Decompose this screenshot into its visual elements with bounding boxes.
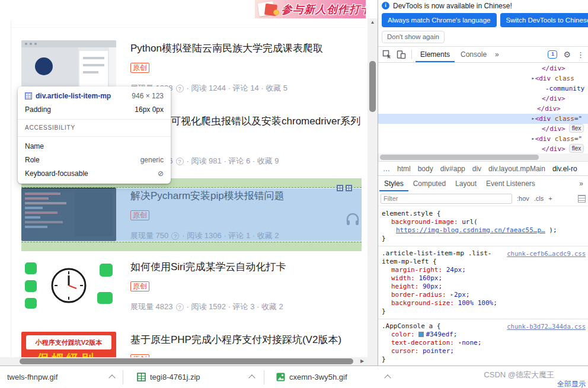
styles-filter-input[interactable] <box>381 194 512 204</box>
help-icon[interactable]: ? <box>171 232 179 240</box>
promo-banner[interactable]: 参与新人创作打卡 <box>255 0 366 18</box>
tab-console[interactable]: Console <box>456 47 491 62</box>
horizontal-scrollbar-thumb[interactable] <box>20 358 353 364</box>
breadcrumb-item[interactable]: html <box>397 165 411 173</box>
css-declaration[interactable]: border-radius: ▸2px; <box>378 291 588 299</box>
article-title[interactable]: 解决Pycharm安装pip模块报错问题 <box>130 189 285 203</box>
match-language-button[interactable]: Always match Chrome's language <box>382 13 497 27</box>
breadcrumb-item[interactable]: div.layout.mpMain <box>488 165 545 173</box>
scroll-up-arrow[interactable]: ▲ <box>368 18 378 27</box>
background-image-url-link[interactable]: https://img-blog.csdnimg.cn/faeac55…p… <box>396 226 545 234</box>
flex-badge[interactable]: flex <box>569 124 584 133</box>
listen-headset-icon[interactable] <box>345 212 360 226</box>
stylesheet-link[interactable]: chunk-cefb6…acdc9.css <box>507 249 586 258</box>
styles-sidebar-tabs: Styles Computed Layout Event Listeners » <box>378 175 588 191</box>
toggle-hover-state[interactable]: :hov <box>517 195 529 202</box>
tree-node[interactable]: -community <box>378 84 588 94</box>
content-top-border <box>11 27 366 28</box>
tree-node[interactable]: </div>flex <box>378 124 588 134</box>
page-horizontal-scrollbar[interactable]: ▶ <box>0 357 368 365</box>
tab-styles[interactable]: Styles <box>379 176 408 191</box>
css-declaration[interactable]: background-image: url( <box>378 218 588 226</box>
vertical-scrollbar-thumb[interactable] <box>369 61 376 112</box>
tab-elements[interactable]: Elements <box>416 47 455 62</box>
download-item[interactable]: cxemn-3wy5h.gif <box>264 366 397 388</box>
dom-breadcrumb: … html body div#app div div.layout.mpMai… <box>378 161 588 175</box>
tab-layout[interactable]: Layout <box>450 176 481 191</box>
css-declaration[interactable]: height: 90px; <box>378 283 588 291</box>
more-sidebar-tabs-icon[interactable]: » <box>576 179 587 188</box>
rule-selector[interactable]: element.style { <box>378 210 588 218</box>
tree-node[interactable]: </div>flex <box>378 144 588 153</box>
color-swatch[interactable] <box>418 332 424 337</box>
download-file-name[interactable]: twels-fhnpw.gif <box>7 373 57 381</box>
show-all-downloads-link[interactable]: 全部显示 <box>557 379 586 388</box>
expand-value-arrow[interactable]: ▸ <box>458 339 461 346</box>
help-icon[interactable]: ? <box>176 303 184 311</box>
breadcrumb-overflow[interactable]: … <box>383 165 390 173</box>
tree-node[interactable]: ▸<div class <box>378 73 588 84</box>
inspect-element-icon[interactable] <box>381 49 394 60</box>
article-title[interactable]: 基于原生PHP完成小程序支付对接踩坑(V2版本) <box>130 333 341 347</box>
download-menu-caret-icon[interactable] <box>108 374 115 381</box>
dont-show-again-button[interactable]: Don't show again <box>382 31 445 43</box>
tree-node[interactable]: </div> <box>378 94 588 104</box>
padding-value: 16px 0px <box>135 105 164 114</box>
css-declaration[interactable]: cursor: pointer; <box>378 347 588 355</box>
scroll-right-arrow[interactable]: ▶ <box>357 357 367 365</box>
switch-to-chinese-button[interactable]: Switch DevTools to Chinese <box>500 13 588 27</box>
stats-rest: · 阅读 1592 · 评论 3 · 收藏 2 <box>187 302 283 312</box>
flex-badge[interactable]: flex <box>569 144 584 153</box>
breadcrumb-item[interactable]: div#app <box>440 165 465 173</box>
download-file-name[interactable]: cxemn-3wy5h.gif <box>289 373 347 381</box>
issues-counter[interactable]: 1 <box>548 50 557 59</box>
toggle-element-classes[interactable]: .cls <box>534 195 544 202</box>
elements-horizontal-scrollbar[interactable] <box>378 153 588 161</box>
page-vertical-scrollbar[interactable]: ▲ <box>368 18 378 365</box>
tree-node[interactable]: </div> <box>378 104 588 114</box>
elements-scrollbar-thumb[interactable] <box>380 155 539 160</box>
settings-gear-icon[interactable]: ⚙ <box>563 50 571 59</box>
new-style-rule-button[interactable]: + <box>548 195 552 202</box>
article-title[interactable]: 如何使用Siri完成某学云自动化打卡 <box>130 260 286 274</box>
article-4-thumbnail[interactable] <box>21 259 116 312</box>
tree-node-selected[interactable]: ▸<div class=" <box>378 114 588 124</box>
download-file-name[interactable]: tegi8-4761j.zip <box>150 373 200 381</box>
help-icon[interactable]: ? <box>176 85 184 92</box>
rule-selector-wrap[interactable]: item-mp-left { <box>378 258 588 266</box>
download-menu-caret-icon[interactable] <box>384 374 391 381</box>
article-3-thumbnail[interactable] <box>21 188 116 241</box>
rule-selector[interactable]: .article-list-item-mp .list- <box>382 249 491 258</box>
device-toolbar-icon[interactable] <box>395 49 408 60</box>
tree-node[interactable]: ▸<div class=" <box>378 134 588 144</box>
css-declaration[interactable]: margin-right: 24px; <box>378 266 588 274</box>
css-declaration[interactable]: text-decoration: ▸none; <box>378 339 588 347</box>
devtools-menu-icon[interactable]: ⋮ <box>577 50 584 59</box>
breadcrumb-item-selected[interactable]: div.el-ro <box>552 165 577 173</box>
article-1-thumbnail[interactable] <box>21 40 116 94</box>
rule-selector[interactable]: .AppConsole a { <box>382 322 440 331</box>
tree-node[interactable]: </div> <box>378 63 588 73</box>
tab-computed[interactable]: Computed <box>408 176 450 191</box>
breadcrumb-item[interactable]: body <box>418 165 433 173</box>
original-badge: 原创 <box>130 210 149 220</box>
download-item[interactable]: twels-fhnpw.gif <box>0 366 123 388</box>
help-icon[interactable]: ? <box>176 158 184 165</box>
expand-arrow-icon[interactable]: ▸ <box>531 74 535 82</box>
download-item[interactable]: tegi8-4761j.zip <box>123 366 264 388</box>
tooltip-name-row: Name <box>25 142 164 150</box>
issues-bubble-icon[interactable]: 1 <box>548 50 557 59</box>
css-declaration[interactable]: width: 160px; <box>378 274 588 283</box>
computed-styles-icon[interactable] <box>578 195 586 203</box>
more-tabs-icon[interactable]: » <box>493 50 501 59</box>
css-declaration[interactable]: background-size: 100% 100%; <box>378 299 588 307</box>
expand-arrow-icon[interactable]: ▸ <box>531 114 535 123</box>
download-menu-caret-icon[interactable] <box>248 374 255 381</box>
css-declaration[interactable]: color: #349edf; <box>378 331 588 339</box>
expand-value-arrow[interactable]: ▸ <box>450 291 453 298</box>
tab-event-listeners[interactable]: Event Listeners <box>481 176 540 191</box>
stylesheet-link[interactable]: chunk-b3d72…344da.css <box>507 322 586 331</box>
expand-arrow-icon[interactable]: ▸ <box>531 134 535 143</box>
breadcrumb-item[interactable]: div <box>472 165 481 173</box>
article-title[interactable]: Python模拟登陆云南民族大学完成课表爬取 <box>130 41 323 55</box>
